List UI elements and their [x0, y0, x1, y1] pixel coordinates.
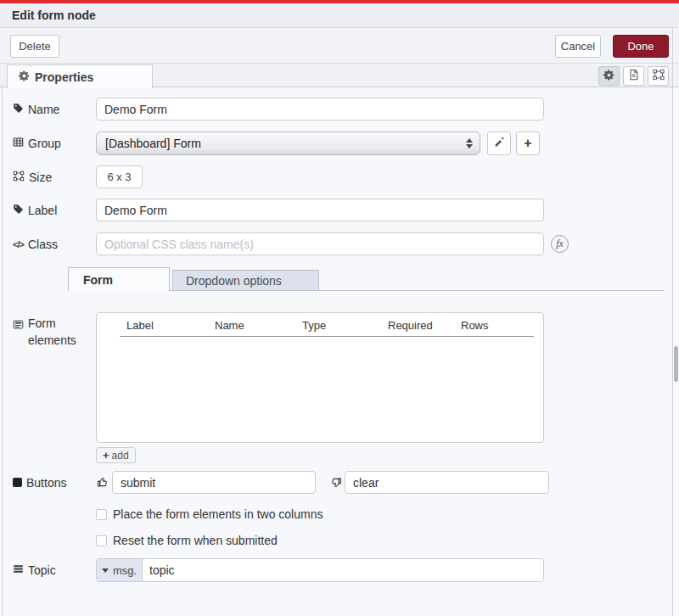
edit-group-button[interactable] — [487, 132, 511, 155]
class-input[interactable] — [96, 232, 544, 255]
delete-button[interactable]: Delete — [10, 35, 59, 58]
fx-button[interactable]: fx — [551, 235, 569, 253]
cancel-button[interactable]: Cancel — [555, 35, 601, 58]
label-input[interactable] — [96, 199, 544, 221]
dialog-header: Edit form node — [0, 3, 679, 28]
add-group-button[interactable]: + — [516, 132, 540, 155]
table-icon — [13, 137, 24, 150]
dialog-toolbar: Delete Cancel Done — [0, 29, 679, 64]
class-row: </> Class fx — [13, 232, 569, 255]
plus-icon: + — [524, 137, 531, 150]
code-icon: </> — [13, 239, 24, 249]
edit-form-node-dialog: Edit form node Delete Cancel Done Proper… — [0, 0, 679, 616]
tab-properties-label: Properties — [35, 70, 93, 84]
chevron-down-icon — [102, 568, 109, 573]
topic-typed-input: msg. — [96, 558, 544, 582]
thumbs-up-icon — [96, 476, 110, 489]
select-caret-icon — [466, 138, 473, 148]
tray-icon-buttons — [598, 66, 669, 86]
form-elements-list[interactable]: Label Name Type Required Rows — [96, 312, 544, 443]
node-description-button[interactable] — [623, 66, 644, 86]
properties-panel: Name Group [Dashboard] Form + — [0, 87, 679, 616]
tag-icon — [13, 204, 24, 217]
label-row: Label — [13, 199, 544, 221]
gear-icon — [603, 69, 614, 84]
name-row: Name — [13, 98, 544, 120]
column-header-rows: Rows — [461, 319, 489, 332]
add-element-button[interactable]: + add — [96, 447, 136, 463]
form-elements-label: Form elements — [13, 315, 94, 349]
name-input[interactable] — [96, 98, 544, 120]
document-icon — [628, 69, 639, 84]
buttons-row: Buttons — [13, 471, 549, 494]
tab-dropdown-options[interactable]: Dropdown options — [172, 270, 319, 290]
panel-right-edge — [672, 28, 673, 616]
clear-button-input[interactable] — [345, 471, 549, 494]
two-columns-checkbox[interactable] — [96, 509, 107, 520]
node-properties-button[interactable] — [598, 66, 620, 86]
node-appearance-button[interactable] — [648, 66, 669, 86]
buttons-label: Buttons — [13, 476, 96, 490]
tab-properties[interactable]: Properties — [7, 64, 153, 88]
square-icon — [13, 478, 22, 487]
topic-input[interactable] — [143, 559, 543, 581]
topic-label: Topic — [13, 563, 96, 577]
group-row: Group [Dashboard] Form + — [13, 132, 540, 155]
reset-label: Reset the form when submitted — [113, 534, 278, 547]
gear-icon — [19, 70, 30, 84]
tab-form[interactable]: Form — [68, 267, 170, 291]
done-button[interactable]: Done — [613, 35, 669, 58]
size-row: Size 6 x 3 — [13, 165, 143, 188]
group-select[interactable]: [Dashboard] Form — [96, 132, 480, 155]
class-label: </> Class — [13, 238, 96, 251]
vertical-scrollbar[interactable] — [674, 346, 678, 382]
editor-tab-bar: Properties — [0, 64, 679, 87]
two-columns-label: Place the form elements in two columns — [113, 507, 323, 521]
label-label: Label — [13, 204, 96, 217]
tag-icon — [13, 103, 24, 116]
panel-left-edge — [2, 87, 3, 616]
column-header-name: Name — [215, 319, 244, 332]
column-header-label: Label — [126, 319, 154, 332]
object-group-icon — [13, 171, 25, 184]
name-label: Name — [13, 103, 96, 116]
header-divider — [120, 336, 534, 337]
group-label: Group — [13, 137, 96, 150]
reset-option: Reset the form when submitted — [96, 534, 278, 547]
column-header-type: Type — [302, 319, 326, 332]
topic-type-button[interactable]: msg. — [97, 559, 143, 581]
reset-checkbox[interactable] — [96, 535, 107, 546]
size-label: Size — [13, 171, 96, 184]
two-columns-option: Place the form elements in two columns — [96, 507, 323, 521]
size-button[interactable]: 6 x 3 — [96, 165, 143, 188]
column-header-required: Required — [388, 319, 433, 332]
pencil-icon — [494, 136, 505, 151]
submit-button-input[interactable] — [112, 471, 316, 494]
thumbs-down-icon — [328, 476, 343, 489]
list-alt-icon — [13, 317, 24, 334]
tasks-icon — [13, 563, 24, 577]
plus-icon: + — [103, 449, 109, 462]
dialog-title: Edit form node — [12, 8, 96, 22]
topic-row: Topic msg. — [13, 558, 544, 582]
object-group-icon — [653, 69, 665, 84]
